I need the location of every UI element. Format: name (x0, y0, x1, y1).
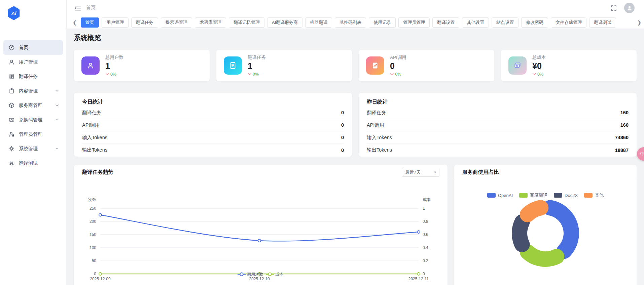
sidebar-item-label: 管理员管理 (19, 131, 59, 137)
trend-chart-card: 翻译任务趋势 最近7天 ▾ 25012000.81500.61000.4500.… (74, 165, 448, 285)
stats-panels-row: 今日统计 翻译任务0API调用0输入Tokens0输出Tokens0 昨日统计 … (74, 93, 637, 157)
tab-2[interactable]: 翻译任务 (131, 17, 158, 28)
trend-value: 0% (110, 72, 116, 77)
svg-text:2025-12-11: 2025-12-11 (408, 277, 429, 281)
legend-item[interactable]: 调用次数 (238, 272, 263, 277)
charts-row: 翻译任务趋势 最近7天 ▾ 25012000.81500.61000.4500.… (74, 165, 637, 285)
sidebar: Ai 首页用户管理翻译任务内容管理服务商管理兑换码管理管理员管理系统管理翻译测试 (0, 0, 67, 285)
donut-slice-2 (520, 222, 522, 245)
stats-row-value: 0 (341, 135, 344, 140)
sidebar-item-2[interactable]: 翻译任务 (3, 69, 63, 84)
tab-5[interactable]: 翻译记忆管理 (229, 17, 264, 28)
svg-text:2025-12-10: 2025-12-10 (249, 277, 270, 281)
stats-row: API调用0 (82, 119, 344, 131)
donut-slice-3 (528, 208, 541, 214)
trend-down-icon (390, 73, 394, 76)
tab-4[interactable]: 术语库管理 (195, 17, 226, 28)
tab-16[interactable]: 翻译测试 (589, 17, 616, 28)
chart-title: 服务商使用占比 (462, 169, 499, 176)
chevron-down-icon (55, 104, 59, 107)
avatar[interactable] (624, 3, 635, 13)
sidebar-item-label: 首页 (19, 45, 59, 51)
sidebar-item-4[interactable]: 服务商管理 (3, 98, 63, 113)
stat-trend: 0% (105, 72, 123, 77)
stats-row-value: 74860 (615, 135, 629, 140)
svg-text:50: 50 (92, 258, 97, 263)
donut-slice-0 (550, 208, 571, 251)
sidebar-item-0[interactable]: 首页 (3, 40, 63, 55)
tab-15[interactable]: 文件存储管理 (551, 17, 586, 28)
stat-value: 1 (248, 62, 266, 71)
stat-cards-row: 总用户数10%翻译任务10%API调用00%总成本¥00% (74, 50, 637, 81)
today-stats-panel: 今日统计 翻译任务0API调用0输入Tokens0输出Tokens0 (74, 93, 352, 157)
date-range-value: 最近7天 (405, 169, 421, 175)
tab-1[interactable]: 用户管理 (102, 17, 129, 28)
sidebar-item-label: 内容管理 (19, 88, 55, 94)
chevron-down-icon (55, 118, 59, 122)
sidebar-item-label: 兑换码管理 (19, 117, 55, 123)
user-icon (9, 59, 19, 65)
svg-text:250: 250 (90, 206, 96, 211)
sidebar-item-label: 用户管理 (19, 59, 59, 65)
tab-10[interactable]: 管理员管理 (398, 17, 430, 28)
stat-card-2: API调用00% (359, 50, 494, 81)
sidebar-item-7[interactable]: 系统管理 (3, 141, 63, 156)
clipboard-icon (9, 88, 19, 94)
sidebar-item-label: 翻译测试 (19, 160, 59, 166)
svg-text:100: 100 (90, 245, 96, 250)
tab-14[interactable]: 修改密码 (521, 17, 548, 28)
tabs-scroll-right-icon[interactable]: ❯ (637, 19, 642, 26)
app-logo: Ai (7, 6, 21, 20)
breadcrumb[interactable]: 首页 (86, 5, 96, 11)
trend-value: 0% (537, 72, 543, 77)
svg-text:0.8: 0.8 (423, 219, 428, 224)
stats-row: 翻译任务160 (367, 107, 629, 119)
panel-title: 今日统计 (82, 98, 344, 107)
page-title: 系统概览 (74, 33, 637, 42)
sidebar-item-8[interactable]: 翻译测试 (3, 156, 63, 170)
tab-6[interactable]: AI翻译服务商 (267, 17, 302, 28)
tab-13[interactable]: 站点设置 (492, 17, 518, 28)
money-icon (508, 56, 527, 75)
tab-8[interactable]: 兑换码列表 (335, 17, 366, 28)
stat-label: 总用户数 (105, 54, 123, 60)
tab-7[interactable]: 机器翻译 (305, 17, 332, 28)
chart-title: 翻译任务趋势 (82, 169, 113, 176)
tabs-scroll-left-icon[interactable]: ❮ (72, 19, 77, 26)
panel-title: 昨日统计 (367, 98, 629, 107)
svg-text:次数: 次数 (88, 197, 96, 202)
tab-bar: ❮ 首页用户管理翻译任务提示语管理术语库管理翻译记忆管理AI翻译服务商机器翻译兑… (67, 16, 644, 29)
stat-value: 0 (390, 62, 406, 71)
top-header: 首页 (67, 0, 644, 16)
chart-icon (366, 56, 384, 75)
stats-row-label: 输出Tokens (367, 147, 392, 153)
sidebar-item-5[interactable]: 兑换码管理 (3, 113, 63, 127)
fullscreen-icon[interactable] (610, 5, 617, 11)
tabs-list: 首页用户管理翻译任务提示语管理术语库管理翻译记忆管理AI翻译服务商机器翻译兑换码… (81, 17, 635, 28)
sidebar-item-1[interactable]: 用户管理 (3, 55, 63, 69)
chevron-down-icon (55, 89, 59, 93)
main-content: 系统概览 总用户数10%翻译任务10%API调用00%总成本¥00% 今日统计 … (67, 29, 644, 285)
stat-label: API调用 (390, 54, 406, 60)
chevron-down-icon (55, 147, 59, 151)
tab-12[interactable]: 其他设置 (462, 17, 489, 28)
stats-row-value: 0 (341, 110, 344, 115)
stat-label: 总成本 (532, 54, 546, 60)
sidebar-item-6[interactable]: 管理员管理 (3, 127, 63, 141)
donut-slice-1 (528, 252, 557, 259)
tab-0[interactable]: 首页 (81, 17, 99, 28)
stat-trend: 0% (248, 72, 266, 77)
tab-11[interactable]: 翻译设置 (432, 17, 459, 28)
collapse-menu-icon[interactable] (74, 4, 81, 12)
stats-row-label: 翻译任务 (82, 110, 102, 116)
stats-row-label: 输入Tokens (82, 134, 107, 141)
tab-9[interactable]: 使用记录 (369, 17, 396, 28)
sidebar-item-3[interactable]: 内容管理 (3, 84, 63, 98)
stats-row: API调用160 (367, 119, 629, 131)
tab-3[interactable]: 提示语管理 (161, 17, 192, 28)
stat-value: ¥0 (532, 62, 546, 71)
svg-text:成本: 成本 (275, 272, 283, 277)
stats-row-value: 160 (620, 122, 629, 128)
svg-text:2025-12-09: 2025-12-09 (90, 277, 111, 281)
date-range-select[interactable]: 最近7天 ▾ (402, 168, 439, 177)
